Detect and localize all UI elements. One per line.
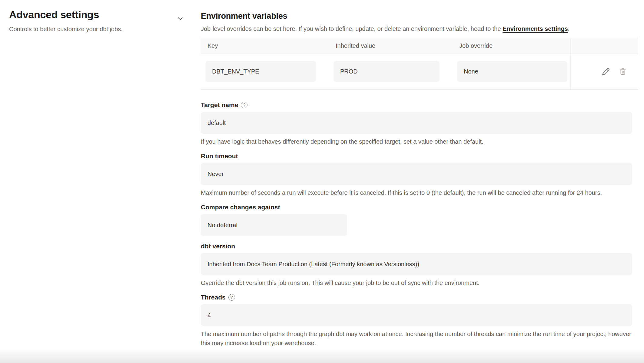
pencil-icon (601, 67, 610, 76)
dbt-version-label: dbt version (201, 242, 235, 250)
column-header-actions (570, 38, 638, 54)
target-name-field: Target name ? default If you have logic … (201, 101, 638, 146)
target-name-help-text: If you have logic that behaves different… (201, 137, 634, 146)
env-var-inherited-cell: PROD (329, 54, 453, 89)
collapse-section-button[interactable] (176, 14, 185, 23)
env-vars-table-header: Key Inherited value Job override (201, 38, 638, 54)
dbt-version-field: dbt version Inherited from Docs Team Pro… (201, 242, 638, 287)
page-subtitle: Controls to better customize your dbt jo… (9, 25, 201, 33)
env-vars-title: Environment variables (201, 11, 638, 21)
run-timeout-field: Run timeout Never Maximum number of seco… (201, 152, 638, 197)
environments-settings-link[interactable]: Environments settings (503, 25, 568, 32)
help-icon[interactable]: ? (241, 102, 247, 108)
trash-icon (618, 67, 627, 76)
env-var-key-cell: DBT_ENV_TYPE (201, 54, 329, 89)
dbt-version-help-text: Override the dbt version this job runs o… (201, 278, 634, 287)
run-timeout-input[interactable]: Never (201, 163, 632, 185)
edit-env-var-button[interactable] (601, 67, 611, 77)
dbt-version-select[interactable]: Inherited from Docs Team Production (Lat… (201, 253, 632, 275)
env-var-key-value: DBT_ENV_TYPE (205, 61, 316, 82)
delete-env-var-button[interactable] (618, 67, 628, 77)
compare-changes-select[interactable]: No deferral (201, 214, 347, 236)
threads-field: Threads ? 4 The maximum number of paths … (201, 293, 638, 348)
compare-changes-label: Compare changes against (201, 203, 280, 211)
advanced-settings-form: Environment variables Job-level override… (201, 0, 644, 363)
column-header-key: Key (201, 38, 329, 54)
env-var-row: DBT_ENV_TYPE PROD None (201, 54, 638, 89)
env-var-override-value: None (457, 61, 567, 82)
env-var-actions-cell (570, 54, 638, 89)
env-vars-description-text: Job-level overrides can be set here. If … (201, 25, 503, 32)
settings-summary-pane: Advanced settings Controls to better cus… (0, 0, 201, 363)
target-name-label: Target name (201, 101, 238, 109)
help-icon[interactable]: ? (228, 294, 235, 301)
column-header-inherited-value: Inherited value (329, 38, 453, 54)
threads-label: Threads (201, 293, 226, 301)
column-header-job-override: Job override (453, 38, 570, 54)
chevron-down-icon (176, 15, 184, 22)
threads-help-text: The maximum number of paths through the … (201, 329, 634, 348)
run-timeout-help-text: Maximum number of seconds a run will exe… (201, 188, 634, 197)
advanced-settings-page: Advanced settings Controls to better cus… (0, 0, 644, 363)
compare-changes-field: Compare changes against No deferral (201, 203, 638, 236)
env-vars-description-period: . (568, 25, 570, 32)
run-timeout-label: Run timeout (201, 152, 238, 160)
env-vars-description: Job-level overrides can be set here. If … (201, 24, 638, 33)
env-vars-table: Key Inherited value Job override DBT_ENV… (201, 38, 638, 90)
page-title: Advanced settings (9, 8, 201, 21)
env-var-override-cell: None (453, 54, 570, 89)
env-var-inherited-value: PROD (334, 61, 440, 82)
two-column-layout: Advanced settings Controls to better cus… (0, 0, 644, 363)
target-name-input[interactable]: default (201, 112, 632, 134)
threads-input[interactable]: 4 (201, 304, 632, 326)
